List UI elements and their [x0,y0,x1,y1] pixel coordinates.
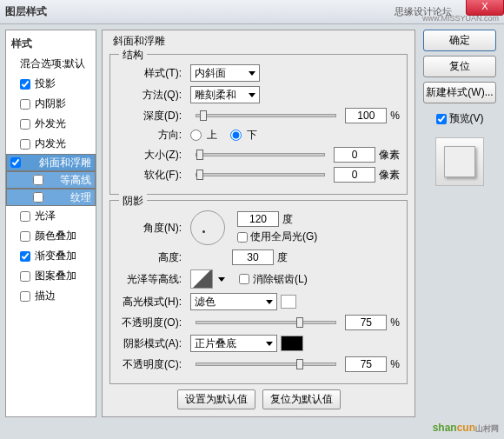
unit: 度 [277,250,288,265]
reset-default-button[interactable]: 复位为默认值 [262,389,341,409]
structure-legend: 结构 [119,48,147,63]
highlight-mode-select[interactable]: 滤色 [190,293,277,310]
checkbox[interactable] [10,157,21,168]
highlight-color-swatch[interactable] [281,295,296,309]
list-item-texture[interactable]: 纹理 [6,189,96,206]
preview-checkbox[interactable] [436,114,447,124]
depth-slider[interactable] [196,114,336,117]
contour-swatch[interactable] [190,269,213,289]
blend-options[interactable]: 混合选项:默认 [6,54,96,74]
checkbox[interactable] [33,175,43,185]
shadow-mode-select[interactable]: 正片叠底 [190,335,277,352]
checkbox[interactable] [20,119,30,130]
styles-header: 样式 [6,34,96,54]
angle-dial[interactable] [190,210,225,245]
chevron-down-icon [249,93,255,97]
list-item[interactable]: 描边 [6,286,96,306]
shadow-opacity-slider[interactable] [196,363,336,366]
window-title: 图层样式 [5,4,47,19]
method-label: 方法(Q): [117,88,187,103]
altitude-label: 高度: [117,250,187,265]
set-default-button[interactable]: 设置为默认值 [177,389,255,409]
list-item-contour[interactable]: 等高线 [6,171,96,189]
list-item[interactable]: 渐变叠加 [6,246,96,266]
checkbox[interactable] [20,139,30,150]
checkbox[interactable] [20,211,30,222]
shadow-opacity-label: 不透明度(C): [117,357,187,372]
ok-button[interactable]: 确定 [423,30,496,51]
section-title: 斜面和浮雕 [113,34,408,49]
direction-down-radio[interactable] [230,130,242,141]
close-button[interactable]: X [466,0,504,16]
styles-list: 样式 混合选项:默认 投影 内阴影 外发光 内发光 斜面和浮雕 等高线 纹理 光… [5,30,96,417]
list-item-bevel[interactable]: 斜面和浮雕 [6,154,96,171]
style-label: 样式(T): [117,66,187,81]
size-slider[interactable] [196,153,325,156]
antialias-checkbox[interactable] [239,274,249,284]
cancel-button[interactable]: 复位 [423,56,496,77]
shadow-color-swatch[interactable] [281,336,303,351]
unit: 像素 [379,168,400,183]
chevron-down-icon [249,71,255,76]
size-input[interactable]: 0 [334,147,375,163]
altitude-input[interactable]: 30 [232,249,274,265]
preview-swatch [435,137,484,186]
chevron-down-icon[interactable] [218,277,225,282]
unit: 度 [282,212,293,227]
unit: % [390,110,400,122]
new-style-button[interactable]: 新建样式(W)... [423,82,496,103]
watermark: shancun山村网 [433,417,499,436]
depth-input[interactable]: 100 [345,108,387,123]
highlight-opacity-slider[interactable] [196,321,336,324]
list-item[interactable]: 外发光 [6,114,96,134]
highlight-opacity-input[interactable]: 75 [345,315,387,330]
checkbox[interactable] [33,192,43,203]
soften-slider[interactable] [196,173,325,176]
list-item[interactable]: 内发光 [6,134,96,154]
gloss-contour-label: 光泽等高线: [117,272,187,287]
size-label: 大小(Z): [117,148,187,163]
soften-input[interactable]: 0 [334,167,375,183]
list-item[interactable]: 图案叠加 [6,266,96,286]
depth-label: 深度(D): [117,109,187,123]
list-item[interactable]: 光泽 [6,206,96,226]
highlight-opacity-label: 不透明度(O): [117,316,187,330]
unit: 像素 [379,148,400,163]
checkbox[interactable] [20,271,30,282]
angle-input[interactable]: 120 [237,211,279,227]
direction-up-radio[interactable] [190,130,202,141]
highlight-mode-label: 高光模式(H): [117,295,187,309]
shadow-mode-label: 阴影模式(A): [117,336,187,351]
checkbox[interactable] [20,251,30,262]
list-item[interactable]: 投影 [6,74,96,94]
chevron-down-icon [266,300,273,304]
list-item[interactable]: 颜色叠加 [6,226,96,246]
chevron-down-icon [266,342,273,346]
soften-label: 软化(F): [117,168,187,183]
angle-label: 角度(N): [117,221,187,236]
shadow-opacity-input[interactable]: 75 [345,356,387,372]
unit: % [390,316,400,329]
shadow-legend: 阴影 [119,194,147,209]
checkbox[interactable] [20,291,30,302]
unit: % [390,358,400,370]
style-select[interactable]: 内斜面 [190,64,260,82]
global-light-checkbox[interactable] [237,232,248,243]
direction-label: 方向: [117,128,187,143]
checkbox[interactable] [20,231,30,242]
list-item[interactable]: 内阴影 [6,94,96,114]
method-select[interactable]: 雕刻柔和 [190,86,260,103]
checkbox[interactable] [20,99,30,110]
checkbox[interactable] [20,79,30,90]
